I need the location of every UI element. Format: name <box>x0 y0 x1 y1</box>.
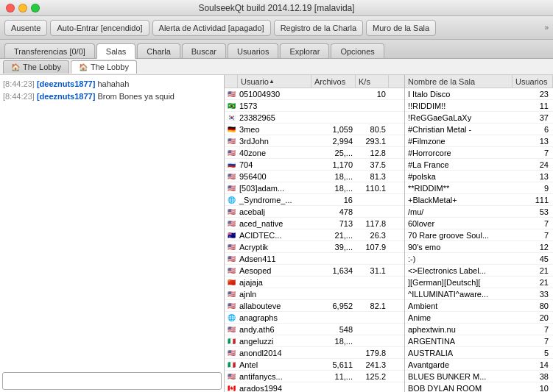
wall-button[interactable]: Muro de la Sala <box>366 20 436 36</box>
user-row[interactable]: 🇺🇸[503]adam...18,...110.1 <box>225 182 404 194</box>
room-row[interactable]: BOB DYLAN ROOM10 <box>405 382 553 392</box>
user-row[interactable]: 🇺🇸95640018,...81.3 <box>225 171 404 182</box>
user-flag: 🇺🇸 <box>225 347 238 359</box>
room-row[interactable]: aphextwin.nu7 <box>405 324 553 335</box>
activity-alert-button[interactable]: Alerta de Actividad [apagado] <box>152 20 271 36</box>
user-row[interactable]: 🇺🇸Adsen411 <box>225 253 404 265</box>
user-row[interactable]: 🇺🇸acebalj478 <box>225 206 404 218</box>
col-header-usuario[interactable]: Usuario <box>238 75 311 88</box>
room-users-count: 14 <box>520 360 553 369</box>
col-header-ks[interactable]: K/s <box>356 75 389 88</box>
user-row[interactable]: 🇧🇷1573 <box>225 100 404 112</box>
user-row[interactable]: 🌐anagraphs <box>225 312 404 324</box>
col-header-flag[interactable] <box>225 75 238 88</box>
user-row[interactable]: 🇺🇸allabouteve6,95282.1 <box>225 300 404 312</box>
users-list[interactable]: 🇺🇸05100493010🇧🇷1573🇰🇷23382965🇩🇪3meo1,059… <box>225 88 404 392</box>
user-row[interactable]: 🇺🇸Acryptik39,...107.9 <box>225 241 404 253</box>
close-button[interactable] <box>6 4 15 13</box>
user-name: aced_native <box>238 219 311 228</box>
user-row[interactable]: 🇮🇹angeluzzi18,... <box>225 335 404 347</box>
room-row[interactable]: 60lover7 <box>405 218 553 229</box>
tab-explorar[interactable]: Explorar <box>280 43 329 58</box>
col-header-archivos[interactable]: Archivos <box>311 75 356 88</box>
room-row[interactable]: !ReGGaeGaLaXy37 <box>405 112 553 124</box>
user-row[interactable]: 🇷🇺7041,17037.5 <box>225 159 404 171</box>
room-row[interactable]: #Horrorcore7 <box>405 147 553 159</box>
user-row[interactable]: 🇺🇸aced_native713117.8 <box>225 218 404 229</box>
user-flag: 🇨🇳 <box>225 277 238 288</box>
user-row[interactable]: 🇺🇸Aesoped1,63431.1 <box>225 265 404 277</box>
tab-buscar[interactable]: Buscar <box>182 43 226 58</box>
room-row[interactable]: Avantgarde14 <box>405 359 553 371</box>
room-row[interactable]: I Italo Disco23 <box>405 88 553 100</box>
user-flag: 🇺🇸 <box>225 288 238 300</box>
room-row[interactable]: ARGENTINA7 <box>405 335 553 347</box>
room-row[interactable]: ^ILLUMINATI^aware...33 <box>405 288 553 300</box>
chat-log-button[interactable]: Registro de la Charla <box>274 20 363 36</box>
room-row[interactable]: 70 Rare groove Soul...7 <box>405 229 553 241</box>
room-name: Avantgarde <box>405 360 520 369</box>
room-row[interactable]: AUSTRALIA5 <box>405 347 553 359</box>
room-row[interactable]: 90's emo12 <box>405 241 553 253</box>
col-header-usuarios[interactable]: Usuarios <box>513 75 553 88</box>
tab-charla[interactable]: Charla <box>137 43 180 58</box>
room-users-count: 7 <box>520 219 553 228</box>
room-row[interactable]: #Filmzone13 <box>405 135 553 147</box>
tab-transferencias[interactable]: Transferencias [0/0] <box>4 43 95 58</box>
user-speed: 26.3 <box>356 231 389 240</box>
chat-messages[interactable]: [8:44:23] [deeznuts1877] hahahah [8:44:2… <box>0 75 224 370</box>
tab-opciones[interactable]: Opciones <box>331 43 384 58</box>
user-row[interactable]: 🇺🇸antifanycs...11,...125.2 <box>225 371 404 382</box>
user-files: 18,... <box>311 172 356 181</box>
user-row[interactable]: 🇰🇷23382965 <box>225 112 404 124</box>
tab-usuarios[interactable]: Usuarios <box>228 43 278 58</box>
col-header-nombre[interactable]: Nombre de la Sala <box>405 75 513 88</box>
user-row[interactable]: 🇺🇸andy.ath6548 <box>225 324 404 335</box>
user-row[interactable]: 🇺🇸05100493010 <box>225 88 404 100</box>
room-users-count: 13 <box>520 137 553 146</box>
user-row[interactable]: 🇺🇸40zone25,...12.8 <box>225 147 404 159</box>
room-row[interactable]: ][German][Deutsch][21 <box>405 277 553 288</box>
room-row[interactable]: BLUES BUNKER M...38 <box>405 371 553 382</box>
user-flag: 🌐 <box>225 312 238 324</box>
user-row[interactable]: 🇨🇦arados1994 <box>225 382 404 392</box>
user-name: _Syndrome_... <box>238 196 311 204</box>
absent-button[interactable]: Ausente <box>4 20 47 36</box>
user-row[interactable]: 🇺🇸ajnln <box>225 288 404 300</box>
msg-text-1: hahahah <box>97 79 129 88</box>
room-name: aphextwin.nu <box>405 325 520 334</box>
user-row[interactable]: 🇮🇹Antel5,611241.3 <box>225 359 404 371</box>
toolbar-overflow-arrow[interactable]: » <box>544 24 549 32</box>
room-row[interactable]: Anime20 <box>405 312 553 324</box>
room-row[interactable]: <>Electronics Label...21 <box>405 265 553 277</box>
room-row[interactable]: !!RIDDIM!!11 <box>405 100 553 112</box>
room-row[interactable]: :-)45 <box>405 253 553 265</box>
user-row[interactable]: 🇩🇪3meo1,05980.5 <box>225 124 404 135</box>
user-row[interactable]: 🇦🇺ACIDTEC...21,...26.3 <box>225 229 404 241</box>
maximize-button[interactable] <box>31 4 40 13</box>
room-row[interactable]: #polska13 <box>405 171 553 182</box>
user-row[interactable]: 🇺🇸anondl2014179.8 <box>225 347 404 359</box>
user-row[interactable]: 🌐_Syndrome_...16 <box>225 194 404 206</box>
subtab-lobby-2[interactable]: 🏠 The Lobby <box>71 60 137 74</box>
room-row[interactable]: **RIDDIM**9 <box>405 182 553 194</box>
room-row[interactable]: Ambient80 <box>405 300 553 312</box>
room-row[interactable]: +BlackMetal+111 <box>405 194 553 206</box>
room-row[interactable]: /mu/53 <box>405 206 553 218</box>
tab-salas[interactable]: Salas <box>96 43 136 59</box>
user-row[interactable]: 🇨🇳ajajaja <box>225 277 404 288</box>
chat-input[interactable] <box>2 372 222 390</box>
user-files: 1,170 <box>311 160 356 169</box>
user-name: ajajaja <box>238 278 311 287</box>
user-speed: 117.8 <box>356 219 389 228</box>
room-row[interactable]: #La France24 <box>405 159 553 171</box>
user-row[interactable]: 🇺🇸3rdJohn2,994293.1 <box>225 135 404 147</box>
user-speed: 293.1 <box>356 137 389 146</box>
minimize-button[interactable] <box>18 4 27 13</box>
auto-enter-button[interactable]: Auto-Entrar [encendido] <box>50 20 149 36</box>
subtab-lobby-1[interactable]: 🏠 The Lobby <box>3 60 69 74</box>
user-name: 956400 <box>238 172 311 181</box>
room-row[interactable]: #Christian Metal -6 <box>405 124 553 135</box>
room-users-count: 33 <box>520 290 553 299</box>
rooms-list[interactable]: I Italo Disco23!!RIDDIM!!11!ReGGaeGaLaXy… <box>405 88 553 392</box>
